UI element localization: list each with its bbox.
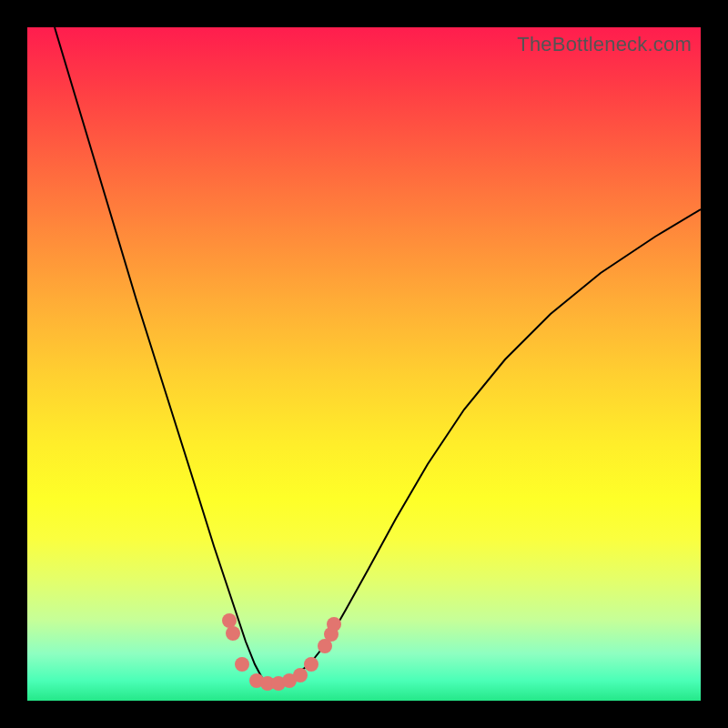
curve-svg [27, 27, 701, 701]
curve-marker [226, 626, 240, 641]
curve-marker [327, 617, 341, 632]
bottleneck-curve [55, 27, 701, 682]
plot-area: TheBottleneck.com [27, 27, 701, 701]
curve-marker [235, 657, 249, 672]
curve-marker [222, 613, 237, 628]
chart-frame: TheBottleneck.com [0, 0, 728, 728]
curve-marker [293, 668, 308, 682]
curve-marker [304, 657, 318, 672]
